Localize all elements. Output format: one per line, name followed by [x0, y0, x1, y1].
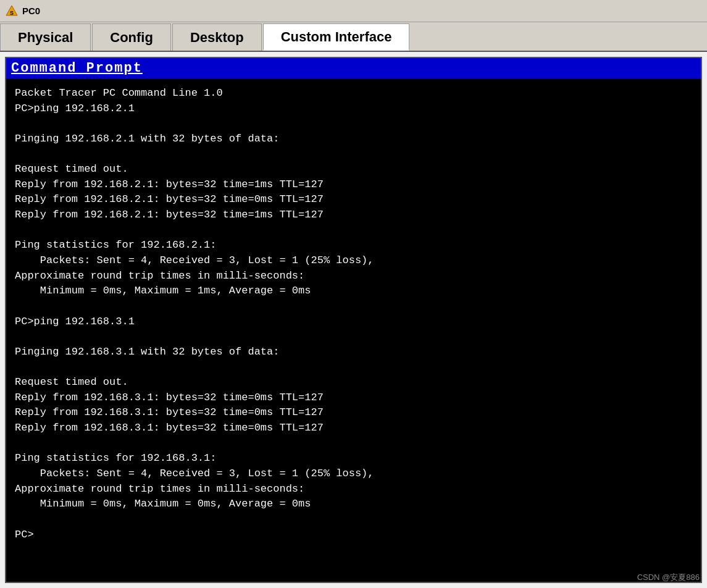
watermark: CSDN @安夏886 [637, 572, 700, 583]
tab-bar: Physical Config Desktop Custom Interface [0, 22, 707, 52]
command-prompt-window: Command Prompt Packet Tracer PC Command … [5, 57, 702, 583]
app-icon: S [5, 4, 19, 18]
command-prompt-body[interactable]: Packet Tracer PC Command Line 1.0 PC>pin… [6, 78, 701, 582]
command-prompt-title: Command Prompt [6, 58, 701, 78]
tab-custom-interface[interactable]: Custom Interface [263, 23, 410, 51]
svg-text:S: S [10, 10, 14, 16]
window-title: PC0 [22, 6, 40, 16]
tab-desktop[interactable]: Desktop [172, 23, 262, 51]
title-bar: S PC0 [0, 0, 707, 22]
tab-config[interactable]: Config [92, 23, 171, 51]
main-content: Command Prompt Packet Tracer PC Command … [0, 52, 707, 588]
tab-physical[interactable]: Physical [0, 23, 91, 51]
